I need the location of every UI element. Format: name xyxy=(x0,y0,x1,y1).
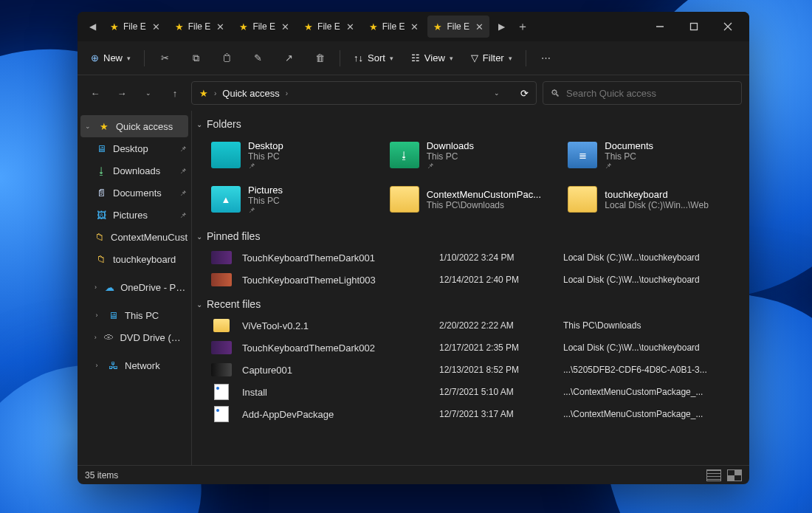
share-icon[interactable]: ↗ xyxy=(276,47,301,69)
tab-scroll-right[interactable]: ▶ xyxy=(491,21,512,32)
close-button[interactable] xyxy=(711,12,745,41)
sidebar-item-desktop[interactable]: 🖥︎Desktop📌︎ xyxy=(78,137,191,159)
tab-3[interactable]: ★File E✕ xyxy=(298,16,360,38)
filter-button[interactable]: ▽Filter▾ xyxy=(465,47,518,69)
close-icon[interactable]: ✕ xyxy=(410,21,419,32)
sidebar-onedrive[interactable]: ›☁OneDrive - Personal xyxy=(78,276,191,298)
pictures-icon: 🖼︎ xyxy=(95,209,107,221)
copy-icon[interactable]: ⧉ xyxy=(183,47,208,69)
file-row[interactable]: TouchKeyboardThemeLight00312/14/2021 2:4… xyxy=(192,269,745,291)
folder-card[interactable]: DesktopThis PC📌︎ xyxy=(211,134,384,176)
sidebar-this-pc[interactable]: ›🖥︎This PC xyxy=(78,304,191,326)
refresh-icon[interactable]: ⟳ xyxy=(520,88,529,99)
sidebar-item-contextmenucust[interactable]: 📁︎ContextMenuCust xyxy=(78,226,191,248)
group-folders[interactable]: ⌄Folders xyxy=(192,111,745,134)
close-icon[interactable]: ✕ xyxy=(152,21,160,32)
file-row[interactable]: Add-AppDevPackage12/7/2021 3:17 AM...\Co… xyxy=(192,403,745,425)
folder-icon: 📁︎ xyxy=(95,231,105,243)
file-date: 2/20/2022 2:22 AM xyxy=(439,320,557,331)
file-name: Capture001 xyxy=(242,365,433,376)
close-icon[interactable]: ✕ xyxy=(346,21,354,32)
tab-label: File E xyxy=(188,21,211,32)
address-bar[interactable]: ★ › Quick access › ⌄ ⟳ xyxy=(191,81,537,105)
pin-icon: 📌︎ xyxy=(179,211,187,219)
sidebar-item-downloads[interactable]: ⭳Downloads📌︎ xyxy=(78,159,191,182)
file-date: 12/17/2021 2:35 PM xyxy=(439,342,557,353)
search-box[interactable]: 🔍︎ xyxy=(543,81,742,105)
file-row[interactable]: Install12/7/2021 5:10 AM...\ContextMenuC… xyxy=(192,381,745,403)
new-button[interactable]: ⊕New▾ xyxy=(85,47,137,69)
sidebar-item-documents[interactable]: 📄︎Documents📌︎ xyxy=(78,182,191,204)
folder-card[interactable]: ≣DocumentsThis PC📌︎ xyxy=(568,134,740,176)
svg-rect-1 xyxy=(691,24,698,30)
file-thumbnail xyxy=(211,319,236,332)
file-thumbnail xyxy=(211,363,236,376)
breadcrumb-root[interactable]: Quick access xyxy=(222,88,279,99)
tab-label: File E xyxy=(382,21,405,32)
address-history-icon[interactable]: ⌄ xyxy=(494,89,500,97)
star-icon: ★ xyxy=(369,21,378,32)
rename-icon[interactable]: ✎ xyxy=(245,47,270,69)
file-name: TouchKeyboardThemeDark001 xyxy=(242,252,433,264)
group-pinned-files[interactable]: ⌄Pinned files xyxy=(192,223,745,247)
tab-scroll-left[interactable]: ◀ xyxy=(82,21,103,32)
folder-card[interactable]: ▲PicturesThis PC📌︎ xyxy=(211,179,384,220)
sidebar-dvd[interactable]: ›💿︎DVD Drive (D:) CCCO xyxy=(78,326,191,348)
folder-name: Documents xyxy=(605,140,653,151)
search-input[interactable] xyxy=(566,88,734,99)
up-button[interactable]: ↑ xyxy=(165,83,185,103)
folder-name: Desktop xyxy=(248,140,283,151)
pin-icon: 📌︎ xyxy=(427,162,474,170)
cut-icon[interactable]: ✂ xyxy=(152,47,177,69)
file-row[interactable]: TouchKeyboardThemeDark0011/10/2022 3:24 … xyxy=(192,247,745,269)
pin-icon: 📌︎ xyxy=(248,206,283,214)
sidebar-network[interactable]: ›🖧Network xyxy=(78,354,191,376)
tab-0[interactable]: ★File E✕ xyxy=(104,16,166,38)
thumbnails-view-icon[interactable] xyxy=(727,469,742,481)
maximize-button[interactable] xyxy=(677,12,711,41)
new-tab-button[interactable]: ＋ xyxy=(512,19,534,35)
item-count: 35 items xyxy=(85,470,118,481)
search-icon: 🔍︎ xyxy=(551,88,560,99)
minimize-button[interactable] xyxy=(643,12,677,41)
tab-label: File E xyxy=(252,21,275,32)
group-recent-files[interactable]: ⌄Recent files xyxy=(192,291,745,314)
sidebar-quick-access[interactable]: ⌄★ Quick access xyxy=(80,115,188,137)
back-button[interactable]: ← xyxy=(85,83,106,103)
folder-card[interactable]: touchkeyboardLocal Disk (C:)\Win...\Web xyxy=(568,179,740,220)
pin-icon: 📌︎ xyxy=(179,167,187,175)
tab-5[interactable]: ★File E✕ xyxy=(427,16,489,38)
tab-label: File E xyxy=(123,21,146,32)
folder-location: This PC xyxy=(248,196,283,206)
file-row[interactable]: TouchKeyboardThemeDark00212/17/2021 2:35… xyxy=(192,337,745,359)
close-icon[interactable]: ✕ xyxy=(216,21,224,32)
delete-icon[interactable]: 🗑︎ xyxy=(307,47,332,69)
folder-icon: ▲ xyxy=(211,186,241,213)
folder-location: This PC xyxy=(605,151,653,162)
tab-1[interactable]: ★File E✕ xyxy=(169,16,231,38)
file-row[interactable]: ViVeTool-v0.2.12/20/2022 2:22 AMThis PC\… xyxy=(192,314,745,337)
view-button[interactable]: ☷View▾ xyxy=(405,47,459,69)
sidebar-item-pictures[interactable]: 🖼︎Pictures📌︎ xyxy=(78,204,191,226)
tab-4[interactable]: ★File E✕ xyxy=(363,16,425,38)
sort-button[interactable]: ↑↓Sort▾ xyxy=(348,47,399,69)
paste-icon[interactable]: 📋︎ xyxy=(214,47,239,69)
downloads-icon: ⭳ xyxy=(95,165,107,176)
sidebar-item-label: touchkeyboard xyxy=(113,254,176,265)
close-icon[interactable]: ✕ xyxy=(281,21,289,32)
folder-name: Pictures xyxy=(248,185,283,196)
forward-button[interactable]: → xyxy=(111,83,132,103)
pin-icon: 📌︎ xyxy=(605,162,653,170)
details-view-icon[interactable] xyxy=(706,469,721,481)
sidebar-item-touchkeyboard[interactable]: 📁︎touchkeyboard xyxy=(78,248,191,270)
sidebar-item-label: Desktop xyxy=(113,143,148,154)
file-row[interactable]: Capture00112/13/2021 8:52 PM...\5205DFB2… xyxy=(192,359,745,381)
folder-card[interactable]: ⭳DownloadsThis PC📌︎ xyxy=(390,134,562,176)
file-thumbnail xyxy=(211,251,236,264)
close-icon[interactable]: ✕ xyxy=(475,21,484,32)
tab-2[interactable]: ★File E✕ xyxy=(233,16,295,38)
star-icon: ★ xyxy=(199,88,208,99)
folder-card[interactable]: ContextMenuCustomPac...This PC\Downloads xyxy=(390,179,562,220)
more-icon[interactable]: ⋯ xyxy=(534,47,559,69)
recent-dropdown[interactable]: ⌄ xyxy=(138,83,159,103)
